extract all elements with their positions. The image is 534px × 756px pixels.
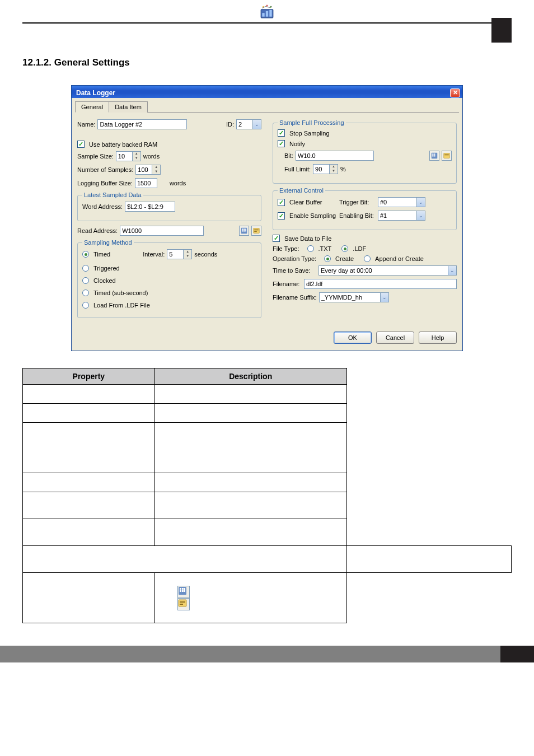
word-address-label: Word Address: [82,203,123,210]
clocked-label: Clocked [93,277,116,284]
triggered-radio[interactable] [82,265,89,272]
table-row [23,404,512,423]
trigger-bit-dropdown[interactable]: ⌄ [417,197,425,207]
logging-buffer-input[interactable] [135,178,157,188]
enable-sampling-label: Enable Sampling [289,212,337,219]
svg-rect-28 [184,588,185,592]
save-data-checkbox[interactable] [273,235,280,242]
timed-label: Timed [93,251,110,258]
bit-input[interactable] [296,151,374,161]
svg-rect-21 [444,153,450,158]
stop-sampling-checkbox[interactable] [278,129,285,137]
number-samples-spinner[interactable]: ▲▼ [152,165,161,175]
filename-suffix-label: Filename Suffix: [273,294,317,301]
clocked-radio[interactable] [82,277,89,284]
table-row [23,473,512,492]
file-type-txt-radio[interactable] [307,245,314,252]
name-label: Name: [77,121,95,128]
id-select[interactable] [236,119,253,129]
table-tag-icon [177,598,190,610]
filename-input[interactable] [304,279,457,289]
clear-buffer-label: Clear Buffer [289,199,337,206]
read-address-tag-icon[interactable] [251,226,261,236]
sampling-method-legend: Sampling Method [82,239,134,246]
timed-sub-radio[interactable] [82,290,89,296]
tab-general[interactable]: General [75,101,109,113]
svg-rect-20 [434,155,435,156]
full-limit-unit: % [340,166,346,172]
bit-keypad-icon[interactable] [429,151,439,161]
stop-sampling-label: Stop Sampling [289,130,330,137]
table-row [23,423,512,473]
load-ldf-radio[interactable] [82,302,89,309]
enabling-bit-dropdown[interactable]: ⌄ [417,211,425,221]
tab-data-item[interactable]: Data Item [109,101,148,113]
file-type-label: File Type: [273,245,299,252]
sample-size-label: Sample Size: [77,153,114,160]
header-icon [0,0,534,22]
interval-unit: seconds [194,251,217,258]
clear-buffer-checkbox[interactable] [278,199,285,206]
read-address-keypad-icon[interactable] [239,226,249,236]
close-button[interactable]: ✕ [450,88,460,97]
svg-rect-8 [242,228,243,230]
logging-buffer-label: Logging Buffer Size: [77,180,133,186]
svg-rect-1 [262,13,264,16]
svg-rect-25 [182,588,184,590]
svg-rect-9 [243,228,245,230]
id-dropdown-arrow[interactable]: ⌄ [253,119,261,129]
svg-rect-17 [432,153,433,155]
op-create-radio[interactable] [324,255,331,262]
svg-rect-11 [243,230,245,231]
svg-rect-27 [182,590,184,592]
read-address-input[interactable] [120,226,204,236]
sample-size-spinner[interactable]: ▲▼ [133,151,141,161]
timed-sub-label: Timed (sub-second) [93,290,148,296]
col-description: Description [154,368,346,385]
interval-input[interactable] [167,249,184,259]
name-input[interactable] [97,119,187,129]
svg-rect-31 [180,604,183,605]
word-address-input[interactable] [125,202,175,212]
svg-rect-14 [254,230,259,231]
svg-rect-3 [269,10,271,17]
enable-sampling-checkbox[interactable] [278,212,285,220]
bit-label: Bit: [284,152,293,159]
help-button[interactable]: Help [419,332,457,344]
dialog-title: Data Logger [76,89,115,97]
full-limit-input[interactable] [313,164,330,174]
sample-size-input[interactable] [116,151,133,161]
time-to-save-dropdown[interactable]: ⌄ [448,265,457,276]
trigger-bit-input[interactable] [378,197,417,207]
number-samples-input[interactable] [135,165,152,175]
sample-full-legend: Sample Full Processing [278,119,346,126]
file-type-ldf-radio[interactable] [341,245,348,252]
full-limit-label: Full Limit: [284,166,311,172]
svg-rect-18 [434,153,435,155]
table-row [23,519,512,546]
save-data-label: Save Data to File [284,235,331,242]
svg-rect-10 [242,230,243,231]
read-address-label: Read Address: [77,227,118,234]
sample-size-unit: words [143,153,160,160]
bit-tag-icon[interactable] [442,151,452,161]
file-type-ldf-label: .LDF [353,245,366,252]
table-keypad-icon [177,586,190,598]
time-to-save-input[interactable] [318,265,448,276]
time-to-save-label: Time to Save: [273,267,316,274]
timed-radio[interactable] [82,251,89,258]
external-control-legend: External Control [278,187,325,194]
svg-rect-12 [245,228,246,231]
property-table: Property Description [22,368,512,623]
enabling-bit-input[interactable] [378,211,417,221]
ok-button[interactable]: OK [334,332,372,344]
interval-spinner[interactable]: ▲▼ [184,249,192,259]
triggered-label: Triggered [93,265,120,272]
filename-suffix-dropdown[interactable]: ⌄ [381,292,389,302]
cancel-button[interactable]: Cancel [376,332,414,344]
full-limit-spinner[interactable]: ▲▼ [330,164,338,174]
filename-suffix-input[interactable] [319,292,381,302]
use-ram-checkbox[interactable] [77,141,85,148]
notify-checkbox[interactable] [278,140,285,147]
op-append-radio[interactable] [364,255,371,262]
